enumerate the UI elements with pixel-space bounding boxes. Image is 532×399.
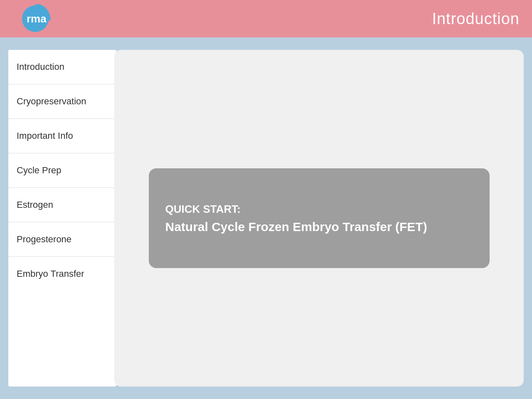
header-title: Introduction xyxy=(432,10,520,28)
svg-point-2 xyxy=(47,17,51,21)
rma-logo-icon: rma xyxy=(12,4,66,33)
quick-start-card[interactable]: QUICK START: Natural Cycle Frozen Embryo… xyxy=(149,168,490,268)
quick-start-label: QUICK START: xyxy=(165,203,473,216)
sidebar: Introduction Cryopreservation Important … xyxy=(8,50,116,387)
sidebar-item-estrogen[interactable]: Estrogen xyxy=(8,188,116,222)
sidebar-item-cryopreservation[interactable]: Cryopreservation xyxy=(8,84,116,119)
sidebar-item-embryo-transfer[interactable]: Embryo Transfer xyxy=(8,257,116,291)
content-panel: QUICK START: Natural Cycle Frozen Embryo… xyxy=(114,50,524,387)
sidebar-item-important-info[interactable]: Important Info xyxy=(8,119,116,153)
main-content: Introduction Cryopreservation Important … xyxy=(0,37,532,399)
logo: rma xyxy=(12,4,66,33)
sidebar-item-introduction[interactable]: Introduction xyxy=(8,50,116,84)
quick-start-title: Natural Cycle Frozen Embryo Transfer (FE… xyxy=(165,220,473,234)
sidebar-item-cycle-prep[interactable]: Cycle Prep xyxy=(8,153,116,188)
header: rma Introduction xyxy=(0,0,532,37)
svg-text:rma: rma xyxy=(27,12,47,25)
sidebar-item-progesterone[interactable]: Progesterone xyxy=(8,222,116,257)
